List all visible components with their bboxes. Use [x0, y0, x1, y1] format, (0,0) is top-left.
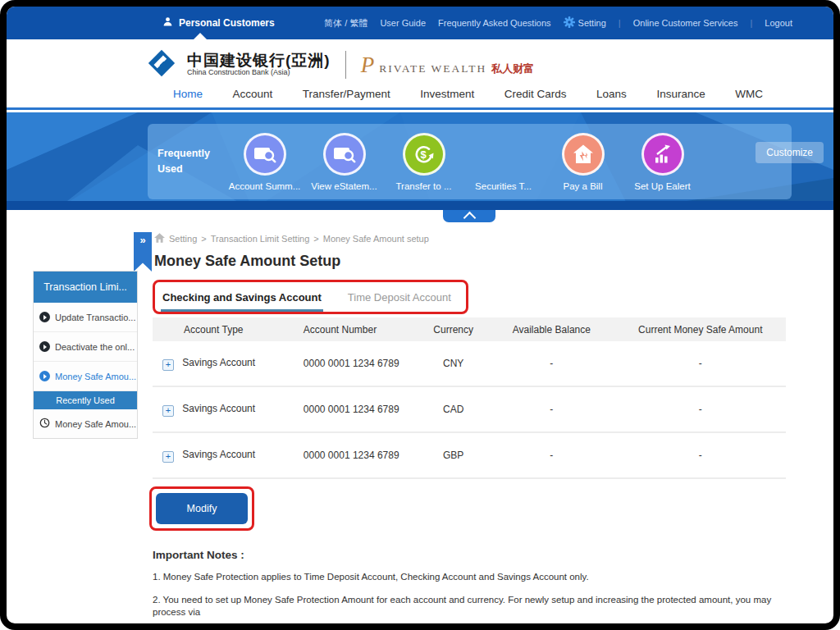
col-account-type: Account Type [153, 317, 292, 341]
clock-icon [39, 418, 50, 430]
quick-access-items: Account Summ... View eStatem... $ Transf… [225, 133, 702, 191]
online-customer-services-link[interactable]: Online Customer Services [633, 18, 738, 28]
quick-item-view-estatement[interactable]: View eStatem... [304, 133, 384, 191]
notes-title: Important Notes : [153, 549, 786, 561]
sidebar-expand-ribbon[interactable]: » [134, 232, 152, 272]
card-search-icon [323, 133, 366, 176]
nav-transfer-payment[interactable]: Transfer/Payment [303, 88, 390, 100]
modify-annotation-box: Modify [149, 486, 254, 531]
brand-area: 中国建设银行(亞洲) China Construction Bank (Asia… [146, 48, 534, 82]
breadcrumb-setting[interactable]: Setting [169, 234, 197, 244]
account-type-value: Savings Account [182, 403, 255, 414]
available-balance-value: - [488, 341, 614, 386]
nav-account[interactable]: Account [233, 88, 273, 100]
breadcrumb-separator: > [201, 234, 206, 244]
account-number-value: 0000 0001 1234 6789 [292, 341, 418, 386]
breadcrumb-transaction-limit-setting[interactable]: Transaction Limit Setting [211, 234, 310, 244]
browser-page: Personal Customers 简体 / 繁體 User Guide Fr… [7, 7, 833, 623]
tabs-annotation-box: Checking and Savings Account Time Deposi… [153, 280, 468, 314]
quick-item-transfer-to[interactable]: $ Transfer to ... [384, 133, 463, 191]
private-wealth-initial: P [361, 54, 375, 76]
modify-button[interactable]: Modify [156, 493, 248, 524]
sidebar-item-label: Money Safe Amou... [55, 372, 136, 381]
bullet-arrow-icon [39, 341, 50, 352]
tab-checking-savings-account[interactable]: Checking and Savings Account [161, 284, 323, 312]
col-available-balance: Available Balance [488, 317, 614, 341]
nav-home[interactable]: Home [173, 88, 203, 100]
quick-item-set-up-ealert[interactable]: Set Up Ealert [623, 133, 702, 191]
col-currency: Currency [418, 317, 488, 341]
breadcrumb: Setting > Transaction Limit Setting > Mo… [154, 233, 786, 244]
expand-row-icon[interactable]: + [162, 451, 174, 463]
logout-link[interactable]: Logout [765, 18, 792, 28]
accounts-table: Account Type Account Number Currency Ava… [153, 317, 786, 479]
table-row: + Savings Account 0000 0001 1234 6789 GB… [153, 432, 786, 478]
nav-wmc[interactable]: WMC [735, 88, 763, 100]
sidebar-item-deactivate-online[interactable]: Deactivate the onl... [34, 332, 137, 362]
account-number-value: 0000 0001 1234 6789 [292, 386, 418, 432]
sidebar-item-label: Update Transactio... [55, 313, 135, 322]
nav-insurance[interactable]: Insurance [656, 88, 705, 100]
expand-row-icon[interactable]: + [162, 359, 174, 371]
svg-text:$: $ [420, 148, 427, 160]
setting-label: Setting [578, 18, 606, 28]
note-line-2: 2. You need to set up Money Safe Protect… [153, 594, 786, 619]
available-balance-value: - [488, 432, 614, 478]
bullet-arrow-icon [39, 371, 50, 381]
quick-item-label: Securities T... [463, 181, 543, 191]
sidebar-header-transaction-limit[interactable]: Transaction Limi... [34, 272, 137, 303]
screenshot-frame: Personal Customers 简体 / 繁體 User Guide Fr… [0, 0, 840, 630]
note-line-1: 1. Money Safe Protection applies to Time… [153, 571, 786, 583]
quick-item-label: Transfer to ... [384, 181, 463, 191]
currency-value: GBP [418, 432, 488, 478]
faq-link[interactable]: Frequently Asked Questions [438, 18, 551, 28]
top-utility-bar: Personal Customers 简体 / 繁體 User Guide Fr… [7, 7, 833, 39]
bank-name-cn: 中国建设银行(亞洲) [187, 52, 331, 69]
nav-loans[interactable]: Loans [596, 88, 627, 100]
sidebar-recent-money-safe-amount[interactable]: Money Safe Amou... [34, 409, 137, 438]
account-type-value: Savings Account [182, 357, 255, 368]
important-notes: Important Notes : 1. Money Safe Protecti… [153, 549, 786, 623]
customize-button[interactable]: Customize [756, 142, 824, 163]
sidebar-item-money-safe-amount[interactable]: Money Safe Amou... [34, 362, 137, 391]
banner-collapse-tab[interactable] [443, 210, 495, 222]
table-row: + Savings Account 0000 0001 1234 6789 CN… [153, 341, 786, 386]
no-icon [482, 133, 525, 176]
safe-amount-value: - [615, 432, 786, 478]
table-header-row: Account Type Account Number Currency Ava… [153, 317, 786, 341]
private-wealth-text: RIVATE WEALTH [379, 62, 486, 75]
quick-item-pay-a-bill[interactable]: Pay a Bill [543, 133, 623, 191]
currency-value: CAD [418, 386, 488, 432]
nav-credit-cards[interactable]: Credit Cards [504, 88, 567, 100]
bullet-arrow-icon [39, 312, 50, 322]
quick-item-account-summary[interactable]: Account Summ... [225, 133, 304, 191]
currency-value: CNY [418, 341, 488, 386]
available-balance-value: - [488, 386, 614, 432]
customer-type-label: Personal Customers [179, 17, 275, 29]
bank-name-en: China Construction Bank (Asia) [187, 69, 331, 76]
page-title: Money Safe Amount Setup [154, 253, 786, 270]
sidebar-item-label: Deactivate the onl... [55, 342, 135, 352]
user-guide-link[interactable]: User Guide [380, 18, 426, 28]
tab-time-deposit-account[interactable]: Time Deposit Account [346, 284, 453, 312]
language-toggle[interactable]: 简体 / 繁體 [324, 17, 368, 30]
person-icon [162, 16, 173, 30]
setting-link[interactable]: Setting [564, 16, 606, 30]
quick-item-label: Set Up Ealert [623, 181, 702, 191]
col-current-money-safe-amount: Current Money Safe Amount [615, 317, 786, 341]
col-account-number: Account Number [292, 317, 418, 341]
account-type-tabs: Checking and Savings Account Time Deposi… [161, 284, 453, 312]
quick-item-label: Account Summ... [225, 181, 304, 191]
safe-amount-value: - [615, 386, 786, 432]
customer-type-selector[interactable]: Personal Customers [162, 16, 275, 30]
quick-item-securities-trading[interactable]: Securities T... [463, 133, 543, 191]
bill-home-icon [562, 133, 605, 176]
chevron-up-icon [463, 212, 476, 225]
sidebar-item-update-transaction[interactable]: Update Transactio... [34, 303, 137, 332]
active-section-caret [194, 33, 207, 39]
transfer-dollar-icon: $ [403, 133, 445, 176]
expand-row-icon[interactable]: + [162, 405, 174, 417]
nav-investment[interactable]: Investment [420, 88, 474, 100]
frequently-used-title: Frequently Used [158, 146, 210, 177]
account-number-value: 0000 0001 1234 6789 [292, 432, 418, 478]
